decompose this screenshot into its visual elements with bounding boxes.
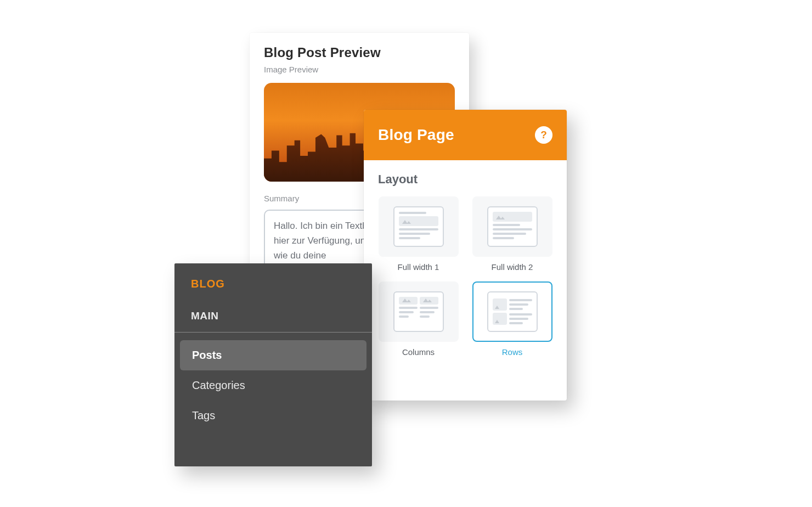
sidebar-items: PostsCategoriesTags — [174, 333, 372, 431]
layout-icon — [472, 196, 552, 257]
blog-page-header: Blog Page ? — [364, 110, 567, 160]
layout-section-title: Layout — [378, 172, 552, 187]
layout-grid: Full width 1Full width 2ColumnsRows — [378, 196, 552, 357]
sidebar-item-posts[interactable]: Posts — [180, 340, 366, 370]
layout-option-label: Rows — [502, 347, 523, 357]
help-icon[interactable]: ? — [535, 126, 552, 144]
layout-option-label: Full width 1 — [398, 262, 439, 272]
sidebar-item-categories[interactable]: Categories — [180, 370, 366, 401]
preview-title: Blog Post Preview — [264, 45, 455, 60]
blog-sidebar-panel: BLOG MAIN PostsCategoriesTags — [174, 263, 372, 466]
layout-option-columns[interactable]: Columns — [378, 281, 459, 357]
image-preview-label: Image Preview — [264, 65, 455, 74]
layout-icon — [379, 281, 459, 342]
layout-icon — [472, 281, 552, 342]
blog-page-panel: Blog Page ? Layout Full width 1Full widt… — [364, 110, 567, 401]
sidebar-section-main[interactable]: MAIN — [174, 302, 372, 333]
blog-page-title: Blog Page — [378, 126, 454, 144]
layout-option-full1[interactable]: Full width 1 — [378, 196, 459, 272]
sidebar-item-tags[interactable]: Tags — [180, 401, 366, 431]
layout-icon — [379, 196, 459, 257]
layout-option-rows[interactable]: Rows — [472, 281, 552, 357]
layout-option-full2[interactable]: Full width 2 — [472, 196, 552, 272]
stage: Blog Post Preview Image Preview Summary … — [0, 0, 812, 507]
layout-option-label: Columns — [402, 347, 435, 357]
sidebar-heading: BLOG — [174, 278, 372, 302]
layout-option-label: Full width 2 — [492, 262, 533, 272]
blog-page-body: Layout Full width 1Full width 2ColumnsRo… — [364, 160, 567, 369]
